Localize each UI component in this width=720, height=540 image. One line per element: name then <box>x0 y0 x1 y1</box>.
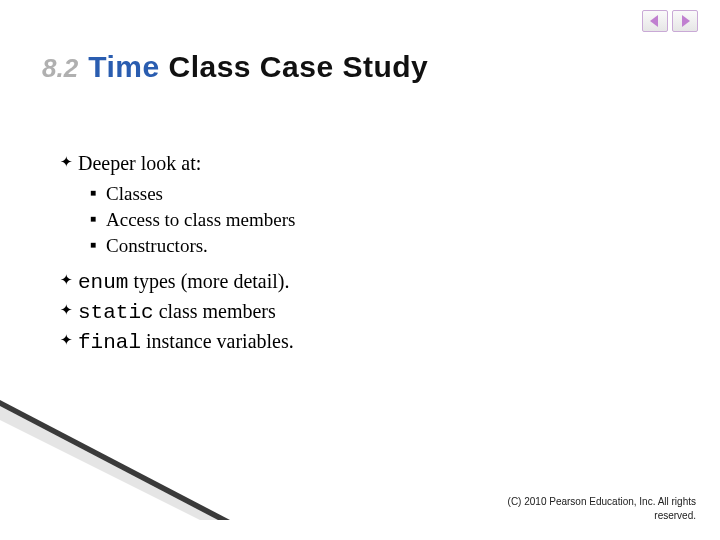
prev-button[interactable] <box>642 10 668 32</box>
bullet-text: Deeper look at: <box>78 150 201 176</box>
sub-bullet-marker-icon: ■ <box>90 208 106 230</box>
section-title-word1: Time <box>88 50 159 83</box>
sub-bullet-text: Constructors. <box>106 234 208 258</box>
code-keyword: enum <box>78 271 128 294</box>
section-title-word2: Class Case Study <box>168 50 428 83</box>
copyright-text: (C) 2010 Pearson Education, Inc. All rig… <box>466 495 696 522</box>
sub-bullet-item: ■ Constructors. <box>90 234 660 258</box>
decorative-wedge-icon <box>0 400 230 520</box>
bullet-rest: class members <box>154 300 276 322</box>
sub-bullet-text: Access to class members <box>106 208 295 232</box>
code-keyword: static <box>78 301 154 324</box>
nav-arrows <box>642 10 698 32</box>
bullet-rest: types (more detail). <box>128 270 289 292</box>
slide-content: ✦ Deeper look at: ■ Classes ■ Access to … <box>60 150 660 358</box>
bullet-item: ✦ Deeper look at: <box>60 150 660 176</box>
code-keyword: final <box>78 331 141 354</box>
svg-marker-2 <box>0 400 230 520</box>
section-title: Time Class Case Study <box>88 50 428 84</box>
bullet-marker-icon: ✦ <box>60 298 78 322</box>
arrow-left-icon <box>648 14 662 28</box>
arrow-right-icon <box>678 14 692 28</box>
sub-bullet-item: ■ Classes <box>90 182 660 206</box>
bullet-text: final instance variables. <box>78 328 294 356</box>
bullet-item: ✦ static class members <box>60 298 660 326</box>
bullet-rest: instance variables. <box>141 330 294 352</box>
bullet-text: enum types (more detail). <box>78 268 289 296</box>
sub-bullet-text: Classes <box>106 182 163 206</box>
bullet-marker-icon: ✦ <box>60 268 78 292</box>
next-button[interactable] <box>672 10 698 32</box>
sub-bullet-marker-icon: ■ <box>90 234 106 256</box>
svg-marker-4 <box>0 420 200 520</box>
section-number: 8.2 <box>42 53 78 84</box>
svg-marker-0 <box>650 15 658 27</box>
svg-marker-3 <box>0 406 218 520</box>
svg-marker-1 <box>682 15 690 27</box>
bullet-marker-icon: ✦ <box>60 150 78 174</box>
bullet-item: ✦ enum types (more detail). <box>60 268 660 296</box>
bullet-marker-icon: ✦ <box>60 328 78 352</box>
sub-bullet-item: ■ Access to class members <box>90 208 660 232</box>
sub-bullet-list: ■ Classes ■ Access to class members ■ Co… <box>90 182 660 258</box>
section-heading: 8.2 Time Class Case Study <box>42 50 428 84</box>
bullet-text: static class members <box>78 298 276 326</box>
sub-bullet-marker-icon: ■ <box>90 182 106 204</box>
bullet-item: ✦ final instance variables. <box>60 328 660 356</box>
